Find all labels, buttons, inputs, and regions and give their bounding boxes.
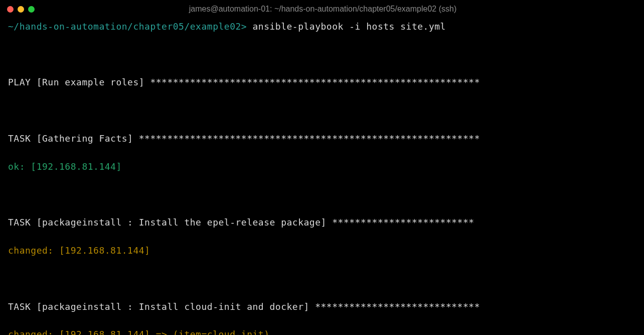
- task-cloud-header: TASK [packageinstall : Install cloud-ini…: [8, 300, 636, 314]
- task-gathering-facts-ok: ok: [192.168.81.144]: [8, 160, 636, 174]
- task-cloud-item-cloud-init: changed: [192.168.81.144] => (item=cloud…: [8, 327, 636, 335]
- minimize-icon[interactable]: [18, 6, 24, 13]
- task-epel-header: TASK [packageinstall : Install the epel-…: [8, 215, 636, 230]
- shell-command: ansible-playbook -i hosts site.yml: [247, 21, 446, 32]
- window-title: james@automation-01: ~/hands-on-automati…: [39, 3, 637, 16]
- play-header: PLAY [Run example roles] ***************…: [8, 75, 636, 89]
- maximize-icon[interactable]: [28, 6, 35, 13]
- task-gathering-facts-header: TASK [Gathering Facts] *****************…: [8, 132, 636, 146]
- terminal-output[interactable]: ~/hands-on-automation/chapter05/example0…: [0, 18, 644, 335]
- window-titlebar: james@automation-01: ~/hands-on-automati…: [0, 0, 644, 18]
- close-icon[interactable]: [7, 6, 14, 13]
- prompt-line: ~/hands-on-automation/chapter05/example0…: [8, 20, 636, 34]
- shell-prompt: ~/hands-on-automation/chapter05/example0…: [8, 21, 247, 32]
- task-epel-changed: changed: [192.168.81.144]: [8, 244, 636, 258]
